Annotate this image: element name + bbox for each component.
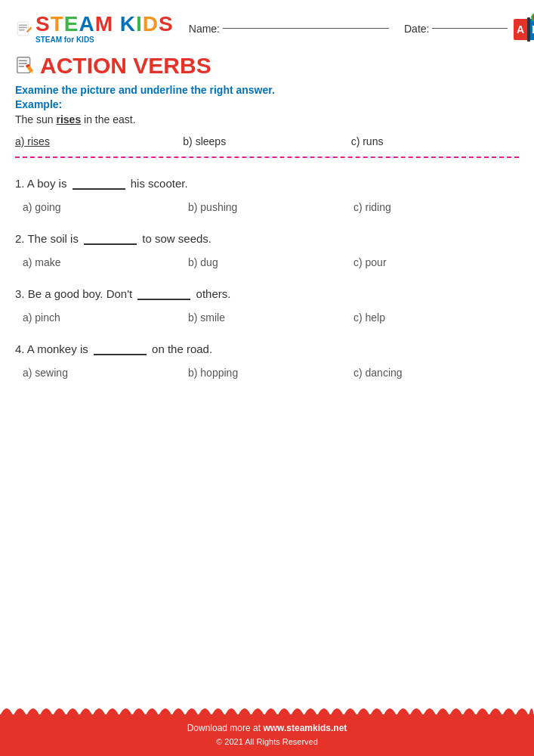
title-section: ACTION VERBS Examine the picture and und… — [0, 53, 534, 132]
date-label: Date: — [404, 23, 508, 35]
instruction-text: Examine the picture and underline the ri… — [15, 82, 519, 98]
name-line — [223, 28, 389, 29]
footer-download: Download more at www.steamkids.net — [187, 721, 347, 736]
title-text: ACTION VERBS — [40, 53, 211, 79]
pencil-logo-icon — [15, 20, 33, 38]
q4-option-a: a) sewing — [23, 367, 188, 379]
example-options-row: a) rises b) sleeps c) runs — [0, 132, 534, 150]
date-line — [432, 28, 508, 29]
book-icon: A B — [508, 8, 534, 49]
example-option-b: b) sleeps — [183, 135, 350, 147]
questions-section: 1. A boy is his scooter. a) going b) pus… — [0, 177, 534, 379]
svg-rect-0 — [17, 22, 28, 36]
q3-option-b: b) smile — [188, 311, 353, 324]
title-icon — [15, 55, 36, 76]
svg-text:A: A — [517, 23, 524, 36]
q2-option-a: a) make — [23, 256, 188, 268]
logo-subtext: STEAM for KIDS — [35, 36, 174, 44]
footer-scallop — [0, 701, 534, 716]
name-text: Name: — [189, 23, 220, 35]
svg-rect-15 — [19, 60, 27, 61]
question-2-options: a) make b) dug c) pour — [15, 256, 519, 268]
blank-1 — [73, 188, 125, 190]
logo-area: STEAM KIDS STEAM for KIDS — [15, 14, 174, 44]
svg-rect-16 — [19, 63, 27, 64]
q3-option-a: a) pinch — [23, 311, 188, 324]
question-4-text: 4. A monkey is on the road. — [15, 342, 519, 355]
question-3-options: a) pinch b) smile c) help — [15, 311, 519, 324]
logo-text: STEAM KIDS — [35, 14, 174, 35]
q3-option-c: c) help — [353, 311, 519, 324]
name-label: Name: — [189, 23, 389, 35]
svg-rect-8 — [527, 17, 530, 42]
question-1: 1. A boy is his scooter. a) going b) pus… — [15, 177, 519, 213]
q2-option-c: c) pour — [353, 256, 519, 268]
q1-option-c: c) riding — [353, 201, 519, 213]
question-3: 3. Be a good boy. Don't others. a) pinch… — [15, 287, 519, 324]
question-1-text: 1. A boy is his scooter. — [15, 177, 519, 190]
footer: Download more at www.steamkids.net © 202… — [0, 714, 534, 756]
page-title: ACTION VERBS — [15, 53, 519, 79]
footer-download-text: Download more at — [187, 723, 264, 733]
blank-4 — [94, 354, 147, 355]
example-underlined-word: rises — [56, 113, 81, 125]
example-sentence: The sun rises in the east. — [15, 113, 519, 125]
question-1-options: a) going b) pushing c) riding — [15, 201, 519, 213]
name-date-area: Name: Date: — [189, 23, 508, 35]
q4-option-c: c) dancing — [353, 367, 519, 379]
example-label: Example: — [15, 98, 519, 110]
q2-option-b: b) dug — [188, 256, 353, 268]
svg-rect-2 — [19, 26, 27, 28]
example-option-a: a) rises — [15, 135, 183, 147]
q4-option-b: b) hopping — [188, 367, 353, 379]
svg-rect-1 — [19, 24, 27, 26]
svg-rect-3 — [19, 29, 25, 30]
question-4-options: a) sewing b) hopping c) dancing — [15, 367, 519, 379]
page-header: STEAM KIDS STEAM for KIDS Name: Date: A … — [0, 0, 534, 53]
blank-3 — [137, 299, 190, 300]
pink-divider — [15, 156, 519, 158]
footer-copyright: © 2021 All Rights Reserved — [187, 736, 347, 749]
q1-option-b: b) pushing — [188, 201, 353, 213]
example-option-c: c) runs — [351, 135, 519, 147]
q1-option-a: a) going — [23, 201, 188, 213]
logo-block: STEAM KIDS STEAM for KIDS — [35, 14, 174, 44]
footer-website: www.steamkids.net — [263, 723, 347, 733]
question-2: 2. The soil is to sow seeds. a) make b) … — [15, 232, 519, 268]
question-3-text: 3. Be a good boy. Don't others. — [15, 287, 519, 300]
question-4: 4. A monkey is on the road. a) sewing b)… — [15, 342, 519, 379]
svg-rect-17 — [19, 66, 24, 67]
question-2-text: 2. The soil is to sow seeds. — [15, 232, 519, 245]
footer-text: Download more at www.steamkids.net © 202… — [187, 721, 347, 749]
date-text: Date: — [404, 23, 429, 35]
blank-2 — [84, 243, 137, 245]
